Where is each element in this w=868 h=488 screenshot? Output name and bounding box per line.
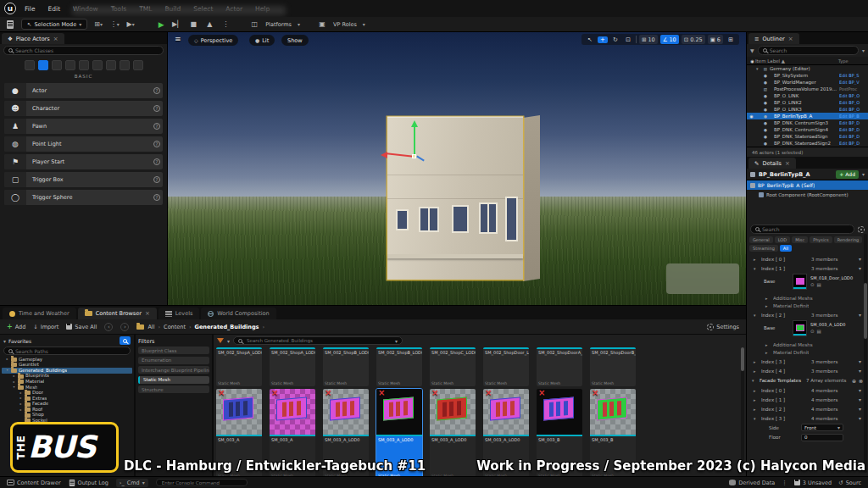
- cinematics-icon[interactable]: ▶▾: [125, 19, 136, 29]
- property-row-additional-meshs[interactable]: ▸Additional Meshs: [747, 341, 868, 349]
- chevron-down-icon[interactable]: ▾: [227, 338, 230, 344]
- outliner-row-bp-o-link[interactable]: ●BP_O_LINKEdit BP_O: [747, 92, 868, 99]
- place-actors-search[interactable]: [3, 46, 164, 55]
- lights-icon[interactable]: [52, 60, 62, 70]
- close-icon[interactable]: ×: [145, 310, 150, 317]
- more-icon[interactable]: ⋮: [782, 480, 787, 486]
- breadcrumb-all[interactable]: All: [147, 324, 154, 330]
- folder-door[interactable]: ▸Door: [2, 391, 132, 396]
- asset-tile-sm-003-a-lod0[interactable]: ×SM_003_A_LOD0Static Mesh: [376, 389, 422, 476]
- outliner-row-bp-dnk-centrumsign4[interactable]: ●BP_DNK_CentrumSign4Edit BP_D: [747, 126, 868, 133]
- place-actor-trigger-sphere[interactable]: ◯Trigger Sphere?: [4, 190, 163, 205]
- asset-reference[interactable]: SM_018_Door_LOD0: [810, 275, 865, 280]
- filter-blueprint-class[interactable]: Blueprint Class: [138, 347, 209, 354]
- chevron-down-icon[interactable]: ▾: [862, 171, 865, 177]
- component-row-self[interactable]: BP_BerlinTypB_A (Self): [747, 180, 868, 190]
- place-actor-character[interactable]: ☻Character?: [4, 101, 163, 116]
- move-tool-icon[interactable]: +: [598, 36, 608, 43]
- forward-button[interactable]: ›: [120, 323, 129, 331]
- browse-to-icon[interactable]: ▤: [817, 282, 821, 287]
- gear-icon[interactable]: [858, 226, 865, 233]
- asset-thumbnail[interactable]: [793, 274, 807, 290]
- property-row-index-0[interactable]: ▸Index [ 0 ]4 members▾: [747, 385, 868, 395]
- add-actor-icon[interactable]: ⊞▾: [93, 19, 103, 29]
- menu-file[interactable]: File: [24, 3, 36, 14]
- unsaved-button[interactable]: 3 Unsaved: [794, 480, 832, 486]
- asset-scrollbar[interactable]: [741, 347, 744, 473]
- property-row-index-2[interactable]: ▾Index [ 2 ]3 members▾: [747, 310, 868, 319]
- property-row-index-4[interactable]: ▸Index [ 4 ]3 members▾: [747, 366, 868, 375]
- details-search-input[interactable]: [762, 226, 849, 232]
- asset-tile-sm-002-shopc-lod0[interactable]: SM_002_ShopC_LOD0Static Mesh: [430, 347, 476, 386]
- content-drawer-button[interactable]: Content Drawer: [7, 480, 61, 486]
- chevron-down-icon[interactable]: ▾: [3, 338, 6, 344]
- property-row-material-definit[interactable]: ▸Material Definit: [747, 302, 868, 311]
- paths-search[interactable]: [3, 347, 131, 355]
- property-row-index-3[interactable]: ▾Index [ 3 ]4 members▾: [747, 413, 868, 423]
- outliner-row-bp-o-link2[interactable]: ●BP_O_LINK2Edit BP_O: [747, 99, 868, 106]
- grid-snap-toggle[interactable]: ⊞ 10: [639, 35, 658, 44]
- sort-by-label[interactable]: Item Label ▲: [755, 58, 838, 64]
- search-paths-input[interactable]: [15, 348, 125, 354]
- outliner-row-bp-o-link3[interactable]: ●BP_O_LINK3Edit BP_O: [747, 106, 868, 113]
- close-icon[interactable]: ×: [788, 36, 793, 42]
- outliner-row-bp-berlintypb-a[interactable]: ◉●BP_BerlinTypB_AEdit BP_B: [747, 113, 868, 119]
- use-selected-icon[interactable]: ⊙: [810, 329, 815, 334]
- type-link[interactable]: Edit BP_O: [839, 100, 866, 105]
- outliner-row-bp-dnk-stateroadsign[interactable]: ●BP_DNK_StateroadSignEdit BP_D: [747, 133, 868, 140]
- filter-structure[interactable]: Structure: [138, 385, 209, 393]
- folder-sockel[interactable]: Sockel: [2, 419, 132, 424]
- breadcrumb-content[interactable]: Content: [164, 324, 186, 330]
- folder-roof[interactable]: ▸Roof: [2, 407, 132, 413]
- property-row-index-3[interactable]: ▸Index [ 3 ]3 members▾: [747, 357, 868, 366]
- type-link[interactable]: Edit BP_D: [839, 120, 866, 125]
- type-link[interactable]: Edit BP_D: [839, 134, 866, 139]
- breadcrumb-generated-buildings[interactable]: Generated_Buildings: [195, 324, 259, 330]
- tab-outliner[interactable]: ≡ Outliner ×: [748, 33, 799, 44]
- place-actor-point-light[interactable]: ◍Point Light?: [4, 136, 163, 152]
- outliner-row-bp-skysystem[interactable]: ●BP_SkySystemEdit BP_S: [747, 72, 868, 79]
- viewport-layout-icon[interactable]: ⊞: [726, 36, 736, 43]
- property-row-index-1[interactable]: ▸Index [ 1 ]4 members▾: [747, 395, 868, 404]
- folder-gameplay[interactable]: ▸Gameplay: [2, 357, 132, 363]
- details-tab-physics[interactable]: Physics: [810, 236, 832, 243]
- outliner-search[interactable]: [758, 46, 859, 55]
- perspective-dropdown[interactable]: ◇ Perspective: [188, 35, 238, 46]
- filter-static-mesh[interactable]: Static Mesh: [138, 376, 209, 384]
- vp-roles-dropdown[interactable]: VP Roles: [333, 21, 357, 28]
- type-link[interactable]: Edit BP_O: [839, 93, 866, 98]
- tab-levels[interactable]: Levels: [159, 308, 200, 319]
- gizmo-center[interactable]: [412, 154, 416, 158]
- details-search[interactable]: [750, 225, 854, 234]
- asset-tile-sm-002-shopb-lod0[interactable]: SM_002_ShopB_LOD0Static Mesh: [323, 347, 369, 386]
- details-scrollbar[interactable]: [864, 234, 867, 473]
- derived-data-button[interactable]: Derived Data: [729, 480, 775, 486]
- outliner-row-bp-dnk-centrumsign3[interactable]: ●BP_DNK_CentrumSign3Edit BP_D: [747, 119, 868, 126]
- details-tab-rendering[interactable]: Rendering: [834, 236, 863, 243]
- type-link[interactable]: Edit BP_B: [839, 114, 866, 119]
- stop-button[interactable]: ■: [188, 19, 198, 29]
- close-icon[interactable]: ×: [53, 36, 58, 42]
- close-icon[interactable]: ×: [785, 160, 790, 167]
- filter-icon[interactable]: ▼: [750, 47, 754, 53]
- type-link[interactable]: Edit BP_S: [839, 73, 866, 78]
- folder-material[interactable]: ▸Material: [2, 379, 132, 385]
- scale-snap-toggle[interactable]: ⊡ 0.25: [682, 35, 705, 44]
- source-control-button[interactable]: ↺ Sourc: [838, 480, 861, 486]
- tab-time-and-weather[interactable]: Time and Weather: [3, 308, 76, 319]
- add-element-icon[interactable]: ⊕: [852, 378, 856, 384]
- basic-icon[interactable]: [38, 60, 48, 70]
- folder-blueprints[interactable]: ▸Blueprints: [2, 374, 132, 380]
- search-classes-input[interactable]: [15, 47, 159, 53]
- back-button[interactable]: ‹: [104, 323, 113, 331]
- select-tool-icon[interactable]: ↖: [585, 36, 595, 43]
- asset-tile-sm-002-shopa-lod0[interactable]: SM_002_ShopA_LOD0Static Mesh: [270, 347, 315, 386]
- folder-extras[interactable]: ▸Extras: [2, 396, 132, 402]
- delete-icon[interactable]: ⊗: [859, 378, 863, 384]
- shapes-icon[interactable]: [65, 60, 75, 70]
- asset-tile-sm-002-shopa-lod0[interactable]: SM_002_ShopA_LOD0Static Mesh: [216, 347, 262, 386]
- asset-tile-sm-003-a-lod0[interactable]: ×SM_003_A_LOD0Static Mesh: [483, 389, 529, 476]
- platforms-dropdown[interactable]: Platforms: [265, 21, 292, 28]
- scale-tool-icon[interactable]: ⊡: [623, 36, 633, 43]
- asset-tile-sm-003-a-lod0[interactable]: ×SM_003_A_LOD0Static Mesh: [430, 389, 476, 476]
